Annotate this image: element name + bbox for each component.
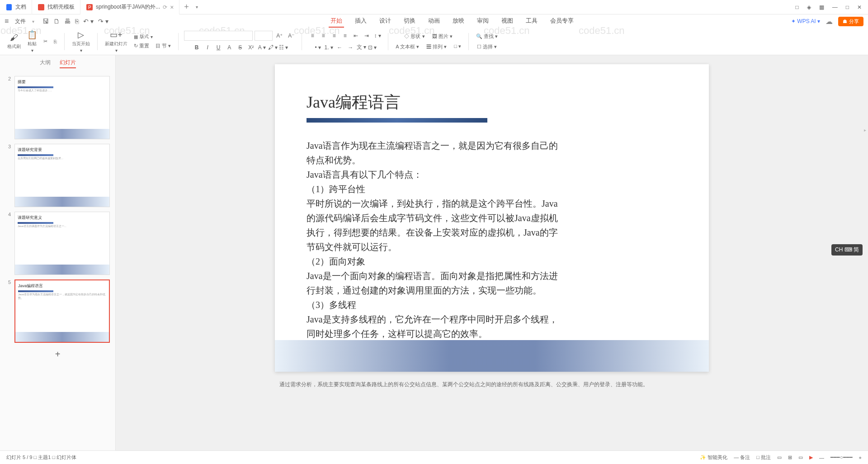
menu-tab-transition[interactable]: 切换 (402, 15, 417, 28)
thumbnail-list[interactable]: 2 摘要 当今社会进入了科技进步...... 3 课题研究背景 众所周知互联网已… (0, 72, 115, 450)
menu-tab-review[interactable]: 审阅 (475, 15, 491, 28)
zoom-in-icon[interactable]: + (859, 455, 862, 460)
current-slide[interactable]: Java编程语言 Java语言作为现在主流编程语言之一，就是因为它有很多自己的 … (275, 64, 709, 372)
new-slide-button[interactable]: ▭+新建幻灯片 ▾ (103, 29, 129, 54)
minimize-button[interactable]: — (832, 4, 838, 10)
view-reading-icon[interactable]: ▭ (798, 455, 803, 460)
paste-button[interactable]: 📋粘贴 ▾ (25, 29, 39, 54)
slide-canvas[interactable]: Java编程语言 Java语言作为现在主流编程语言之一，就是因为它有很多自己的 … (116, 55, 868, 450)
increase-font-icon[interactable]: A⁺ (274, 31, 284, 41)
zoom-slider[interactable]: ━━━○━━━ (830, 455, 853, 460)
style-button[interactable]: □ ▾ (452, 43, 463, 51)
underline-button[interactable]: U (213, 43, 223, 52)
smart-beautify-button[interactable]: ✨ 智能美化 (700, 454, 727, 461)
close-button[interactable]: ✕ (857, 4, 862, 10)
align-center-icon[interactable]: ≡ (318, 31, 328, 41)
print-preview-icon[interactable]: 🗋 (53, 18, 60, 25)
menu-tab-insert[interactable]: 插入 (353, 15, 368, 28)
menu-tab-animation[interactable]: 动画 (426, 15, 442, 28)
bullets-icon[interactable]: • ▾ (313, 43, 323, 52)
menu-tab-start[interactable]: 开始 (329, 15, 344, 28)
start-from-button[interactable]: ▷当页开始 ▾ (70, 29, 92, 54)
fill-color-button[interactable]: 🖍 ▾ (268, 43, 278, 52)
cut-icon[interactable]: ✂ (42, 38, 49, 45)
section-button[interactable]: 目 节 ▾ (154, 42, 173, 50)
cloud-icon[interactable]: ☁ (826, 17, 833, 26)
menu-tab-member[interactable]: 会员专享 (548, 15, 576, 28)
textbox-button[interactable]: A 文本框 ▾ (394, 43, 421, 51)
indent-increase-icon[interactable]: ⇥ (362, 31, 372, 41)
slide-thumbnail[interactable]: 课题研究背景 众所周知互联网已经越来越受到技术... (14, 144, 110, 207)
menu-tab-design[interactable]: 设计 (377, 15, 393, 28)
view-slideshow-icon[interactable]: ▶ (809, 455, 813, 460)
notes-toggle[interactable]: — 备注 (734, 454, 750, 461)
align-left-icon[interactable]: ≡ (307, 31, 317, 41)
font-size-select[interactable] (255, 31, 273, 41)
export-icon[interactable]: ⎘ (75, 18, 79, 25)
find-button[interactable]: 🔍 查找 ▾ (474, 32, 500, 41)
add-tab-button[interactable]: + (179, 2, 193, 12)
print-icon[interactable]: 🖶 (64, 18, 71, 25)
comments-toggle[interactable]: □ 批注 (756, 454, 771, 461)
decrease-level-icon[interactable]: ← (335, 43, 344, 52)
collapse-icon[interactable]: ▸ (864, 128, 866, 133)
cube-icon[interactable]: ◈ (807, 4, 811, 10)
slides-tab[interactable]: 幻灯片 (60, 59, 76, 68)
outline-tab[interactable]: 大纲 (40, 59, 51, 68)
notes-area[interactable]: 通过需求分析，系统主要实现查询某条路线上的所有公交站点信息、某两个公交站点之间的… (275, 376, 709, 393)
file-menu[interactable]: 文件 (12, 18, 28, 25)
slide-title[interactable]: Java编程语言 (307, 91, 677, 114)
tab-docs[interactable]: 文档 (0, 0, 32, 14)
font-select[interactable] (184, 31, 253, 41)
save-icon[interactable]: 🖫 (42, 18, 49, 25)
maximize-button[interactable]: □ (846, 4, 849, 10)
help-icon[interactable]: □ (796, 4, 799, 10)
copy-icon[interactable]: ⎘ (52, 38, 59, 45)
numbering-icon[interactable]: 1. ▾ (324, 43, 334, 52)
image-button[interactable]: 🖼 图片 ▾ (430, 32, 454, 41)
arrange-button[interactable]: ☰ 排列 ▾ (425, 43, 448, 51)
indent-decrease-icon[interactable]: ⇤ (351, 31, 361, 41)
bold-button[interactable]: B (192, 43, 202, 52)
select-button[interactable]: ☐ 选择 ▾ (475, 43, 499, 51)
avatar-icon[interactable]: ▦ (819, 4, 824, 10)
add-slide-button[interactable]: + (51, 347, 65, 361)
decrease-font-icon[interactable]: A⁻ (286, 31, 296, 41)
slide-thumbnail-active[interactable]: Java编程语言 Java语言作为现在主流编程语言之一，就是因为它有很多自己的特… (14, 279, 110, 343)
menu-tab-view[interactable]: 视图 (500, 15, 515, 28)
view-sorter-icon[interactable]: ⊞ (788, 455, 792, 460)
layout-button[interactable]: ▦版式 ▾ (132, 33, 173, 41)
shape-button[interactable]: ◇ 形状 ▾ (402, 32, 426, 41)
share-button[interactable]: ☗ 分享 (838, 17, 863, 26)
reset-button[interactable]: ↻ 重置 (132, 42, 151, 50)
tab-more-icon[interactable]: ▾ (193, 5, 201, 9)
line-spacing-icon[interactable]: ↕ ▾ (373, 31, 382, 41)
font-color-button[interactable]: A ▾ (257, 43, 267, 52)
wps-ai-button[interactable]: ✦ WPS AI ▾ (791, 18, 820, 24)
redo-icon[interactable]: ↷ ▾ (98, 18, 108, 25)
slide-thumbnail[interactable]: 摘要 当今社会进入了科技进步...... (14, 76, 110, 139)
file-dropdown-icon[interactable]: ▾ (32, 19, 34, 24)
slide-body[interactable]: Java语言作为现在主流编程语言之一，就是因为它有很多自己的 特点和优势。 Ja… (307, 138, 677, 341)
clear-format-button[interactable]: ☷ ▾ (278, 43, 288, 52)
strike-button[interactable]: S (235, 43, 245, 52)
align-vert-icon[interactable]: ⊡ ▾ (367, 43, 377, 52)
ime-indicator[interactable]: CH ⌨ 简 (831, 244, 863, 256)
align-right-icon[interactable]: ≡ (329, 31, 339, 41)
menu-tab-tools[interactable]: 工具 (524, 15, 539, 28)
align-justify-icon[interactable]: ≡ (340, 31, 350, 41)
hamburger-icon[interactable]: ≡ (5, 17, 9, 25)
highlight-button[interactable]: A (224, 43, 234, 52)
undo-icon[interactable]: ↶ ▾ (83, 18, 94, 25)
zoom-out-icon[interactable]: — (819, 455, 824, 460)
text-direction-icon[interactable]: 文 ▾ (356, 43, 366, 52)
italic-button[interactable]: I (203, 43, 212, 52)
tab-template[interactable]: 找稻壳模板 (32, 0, 80, 14)
slide-thumbnail[interactable]: 课题研究意义 Java语言的课题作为主流编程语言之一... (14, 212, 110, 275)
view-normal-icon[interactable]: ▭ (777, 455, 782, 460)
format-painter-button[interactable]: 🖌格式刷 (5, 32, 23, 51)
close-icon[interactable]: × (170, 4, 174, 11)
tab-refresh-icon[interactable]: ⟳ (163, 4, 167, 10)
tab-active-ppt[interactable]: P springboot基于JAVA的外... ⟳ × (80, 0, 179, 14)
superscript-button[interactable]: X² (246, 43, 256, 52)
